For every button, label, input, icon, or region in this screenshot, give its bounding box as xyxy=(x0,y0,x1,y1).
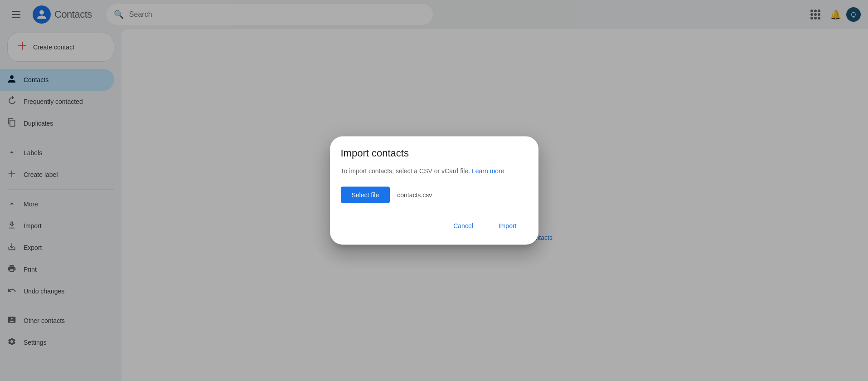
dialog-body-text: To import contacts, select a CSV or vCar… xyxy=(341,167,470,175)
dialog-learn-more-link[interactable]: Learn more xyxy=(472,167,504,175)
dialog-cancel-button[interactable]: Cancel xyxy=(442,218,484,234)
dialog-title: Import contacts xyxy=(341,147,528,159)
select-file-button[interactable]: Select file xyxy=(341,187,390,203)
import-contacts-dialog: Import contacts To import contacts, sele… xyxy=(330,137,538,245)
dialog-body: To import contacts, select a CSV or vCar… xyxy=(341,166,528,176)
selected-file-name: contacts.csv xyxy=(397,191,432,199)
dialog-file-row: Select file contacts.csv xyxy=(341,187,528,203)
dialog-import-button[interactable]: Import xyxy=(488,218,528,234)
dialog-actions: Cancel Import xyxy=(341,218,528,234)
